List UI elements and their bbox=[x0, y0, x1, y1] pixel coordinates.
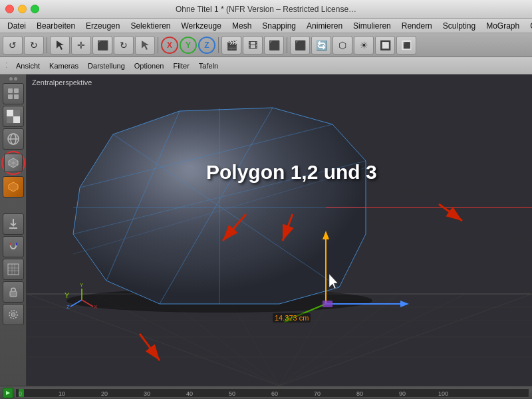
sidebar-checker-btn[interactable] bbox=[3, 106, 24, 127]
sidebar-grid-btn[interactable] bbox=[3, 259, 24, 280]
menu-rendern[interactable]: Rendern bbox=[397, 20, 437, 32]
sub-filter[interactable]: Filter bbox=[169, 61, 193, 71]
svg-rect-2 bbox=[8, 94, 13, 99]
toolbar-separator-4 bbox=[287, 37, 287, 53]
sub-ansicht[interactable]: Ansicht bbox=[12, 61, 44, 71]
scene-btn[interactable]: 🔳 bbox=[396, 36, 416, 55]
frame-20: 20 bbox=[101, 390, 108, 397]
menu-bearbeiten[interactable]: Bearbeiten bbox=[32, 20, 80, 32]
sidebar-view-btn[interactable] bbox=[3, 83, 24, 104]
sidebar-active-circle[interactable] bbox=[1, 151, 25, 175]
menubar: Datei Bearbeiten Erzeugen Selektieren We… bbox=[0, 19, 532, 33]
viewport[interactable]: Zentralperspektive bbox=[27, 74, 532, 386]
render-btn3[interactable]: ⬛ bbox=[264, 36, 284, 55]
refresh-btn[interactable]: 🔄 bbox=[311, 36, 331, 55]
sidebar-3d-cube-btn[interactable] bbox=[4, 154, 23, 172]
menu-erzeugen[interactable]: Erzeugen bbox=[81, 20, 124, 32]
menu-mesh[interactable]: Mesh bbox=[227, 20, 256, 32]
svg-line-81 bbox=[82, 300, 93, 307]
menu-sculpting[interactable]: Sculpting bbox=[438, 20, 480, 32]
frame-100: 100 bbox=[438, 390, 448, 397]
frame-30: 30 bbox=[144, 390, 150, 397]
sidebar-settings-btn[interactable] bbox=[3, 304, 24, 325]
svg-rect-0 bbox=[8, 88, 13, 93]
toolbar-separator-1 bbox=[47, 37, 47, 53]
svg-rect-74 bbox=[323, 301, 332, 307]
camera-btn[interactable]: 🔲 bbox=[375, 36, 395, 55]
svg-rect-24 bbox=[10, 291, 17, 297]
close-button[interactable] bbox=[5, 5, 14, 13]
frame-50: 50 bbox=[229, 390, 235, 397]
menu-char[interactable]: Cha… bbox=[525, 20, 532, 32]
subtoolbar: ⁚ Ansicht Kameras Darstellung Optionen F… bbox=[0, 57, 532, 74]
render-button[interactable]: 🎬 bbox=[221, 36, 241, 55]
menu-selektieren[interactable]: Selektieren bbox=[126, 20, 175, 32]
toolbar-separator-2 bbox=[158, 37, 158, 53]
svg-rect-1 bbox=[14, 88, 19, 93]
frame-40: 40 bbox=[186, 390, 193, 397]
svg-rect-4 bbox=[7, 110, 13, 116]
window-title: Ohne Titel 1 * (NFR Version – Restricted… bbox=[176, 5, 356, 14]
frame-90: 90 bbox=[399, 390, 406, 397]
sidebar-orange-btn[interactable] bbox=[3, 176, 24, 198]
y-axis-button[interactable]: Y bbox=[180, 37, 197, 54]
redo-button[interactable]: ↻ bbox=[24, 36, 44, 55]
obj-btn[interactable]: ⬡ bbox=[332, 36, 352, 55]
play-button[interactable]: ▶ bbox=[3, 388, 13, 398]
svg-rect-6 bbox=[13, 110, 20, 116]
sub-optionen[interactable]: Optionen bbox=[130, 61, 168, 71]
sidebar bbox=[0, 74, 27, 386]
svg-rect-5 bbox=[13, 116, 20, 123]
sub-darstellung[interactable]: Darstellung bbox=[84, 61, 129, 71]
z-axis-button[interactable]: Z bbox=[198, 37, 215, 54]
dots-icon: ⁚ bbox=[5, 61, 8, 70]
frame-60: 60 bbox=[271, 390, 278, 397]
menu-simulieren[interactable]: Simulieren bbox=[348, 20, 396, 32]
traffic-lights bbox=[5, 5, 39, 13]
sidebar-globe-btn[interactable] bbox=[3, 128, 24, 150]
scale-tool[interactable]: ⬛ bbox=[92, 36, 112, 55]
toolbar-separator-3 bbox=[218, 37, 219, 53]
rotate-tool[interactable]: ↻ bbox=[114, 36, 134, 55]
sub-tafeln[interactable]: Tafeln bbox=[195, 61, 222, 71]
toolbar: ↺ ↻ ✛ ⬛ ↻ X Y Z 🎬 🎞 ⬛ ⬛ 🔄 ⬡ ☀ 🔲 🔳 bbox=[0, 33, 532, 57]
axis-widget: Y X Z bbox=[65, 283, 98, 319]
light-btn[interactable]: ☀ bbox=[354, 36, 374, 55]
frame-0: 0 bbox=[19, 390, 22, 397]
annotation-text: Polygon 1,2 und 3 bbox=[206, 161, 377, 184]
timeline-track[interactable]: 0 10 20 30 40 50 60 70 80 90 100 bbox=[15, 388, 529, 398]
sidebar-top-dots bbox=[9, 77, 17, 80]
svg-rect-3 bbox=[14, 94, 19, 99]
sidebar-lock-btn[interactable] bbox=[3, 281, 24, 303]
main-area: Zentralperspektive bbox=[0, 74, 532, 386]
dot1 bbox=[9, 77, 13, 80]
minimize-button[interactable] bbox=[18, 5, 27, 13]
menu-werkzeuge[interactable]: Werkzeuge bbox=[176, 20, 225, 32]
undo-button[interactable]: ↺ bbox=[3, 36, 23, 55]
svg-text:Y: Y bbox=[80, 283, 84, 288]
move-tool[interactable]: ✛ bbox=[71, 36, 91, 55]
viewport-canvas bbox=[27, 74, 532, 386]
frame-10: 10 bbox=[59, 390, 65, 397]
frame-70: 70 bbox=[314, 390, 321, 397]
x-axis-button[interactable]: X bbox=[161, 37, 178, 54]
dot2 bbox=[14, 77, 17, 80]
select-tool[interactable] bbox=[50, 36, 70, 55]
menu-animieren[interactable]: Animieren bbox=[302, 20, 347, 32]
cube-btn[interactable]: ⬛ bbox=[290, 36, 310, 55]
svg-rect-7 bbox=[7, 116, 13, 123]
titlebar: Ohne Titel 1 * (NFR Version – Restricted… bbox=[0, 0, 532, 19]
menu-snapping[interactable]: Snapping bbox=[257, 20, 301, 32]
select-tool-2[interactable] bbox=[135, 36, 155, 55]
svg-marker-15 bbox=[9, 182, 18, 192]
menu-mograph[interactable]: MoGraph bbox=[481, 20, 524, 32]
render-btn2[interactable]: 🎞 bbox=[243, 36, 263, 55]
sidebar-arrow-btn[interactable] bbox=[3, 213, 24, 235]
sub-kameras[interactable]: Kameras bbox=[45, 61, 82, 71]
svg-text:Z: Z bbox=[66, 304, 70, 310]
sidebar-magnet-btn[interactable] bbox=[3, 236, 24, 257]
maximize-button[interactable] bbox=[31, 5, 39, 13]
svg-point-25 bbox=[11, 313, 15, 317]
svg-line-82 bbox=[70, 300, 82, 307]
menu-datei[interactable]: Datei bbox=[3, 20, 31, 32]
